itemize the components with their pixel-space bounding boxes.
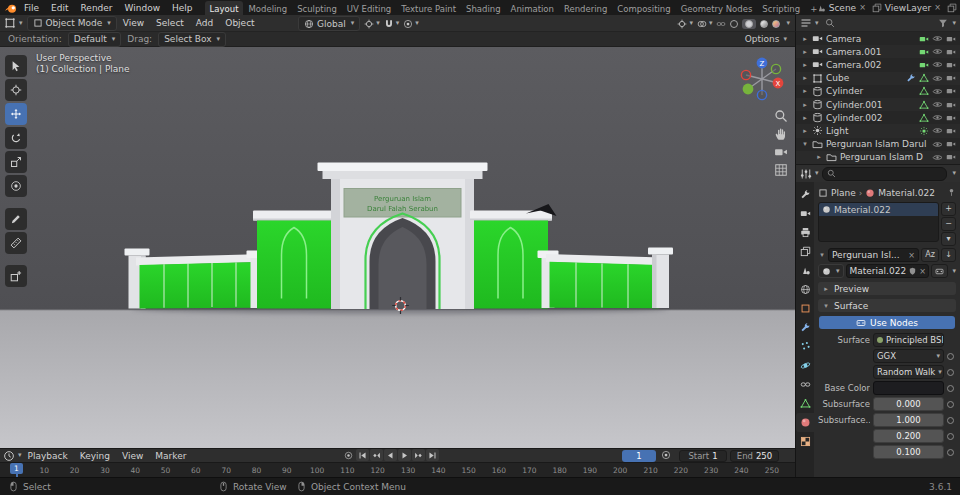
annotate-tool-button[interactable]	[5, 208, 27, 230]
hide-eye-icon[interactable]	[932, 112, 943, 123]
disable-render-icon[interactable]	[946, 34, 956, 44]
orientation-setting-dropdown[interactable]: Default ▾	[68, 32, 121, 47]
disable-render-icon[interactable]	[946, 86, 956, 96]
disable-render-icon[interactable]	[946, 113, 956, 123]
hide-eye-icon[interactable]	[932, 73, 943, 84]
subsurface-method-dropdown[interactable]: Random Walk ▾	[873, 365, 944, 379]
menu-window[interactable]: Window	[119, 3, 167, 13]
disable-render-icon[interactable]	[946, 100, 956, 110]
tab-texture[interactable]	[796, 432, 814, 451]
measure-tool-button[interactable]	[5, 232, 27, 254]
scene-unlink-icon[interactable]: ×	[859, 3, 866, 12]
outliner-row-light[interactable]: ▸ Light	[796, 124, 960, 137]
fake-user-shield-icon[interactable]	[908, 267, 917, 276]
disable-render-icon[interactable]	[946, 126, 956, 136]
decorator-dot[interactable]	[947, 449, 954, 456]
shading-solid-button[interactable]	[742, 19, 756, 29]
tab-scene[interactable]	[796, 261, 814, 280]
hide-eye-icon[interactable]	[932, 99, 943, 110]
tab-modifiers[interactable]	[796, 318, 814, 337]
menu-object[interactable]: Object	[219, 18, 260, 28]
tab-particles[interactable]	[796, 337, 814, 356]
disable-render-icon[interactable]	[946, 47, 956, 57]
hide-eye-icon[interactable]	[932, 59, 943, 70]
timeline-editor-type-button[interactable]: ▾	[3, 450, 22, 462]
orientation-dropdown[interactable]: Global ▾	[298, 16, 360, 31]
shading-wireframe-button[interactable]	[730, 20, 738, 28]
remove-slot-button[interactable]: −	[941, 217, 956, 231]
blender-logo-icon[interactable]	[4, 1, 18, 15]
proportional-edit-toggle[interactable]: ▾	[403, 19, 419, 29]
material-slot-item[interactable]: Material.022	[819, 203, 938, 216]
outliner-row-camera-002[interactable]: ▸ Camera.002	[796, 58, 960, 71]
camera-view-icon[interactable]	[774, 145, 788, 159]
mode-dropdown[interactable]: Object Mode ▾	[27, 16, 117, 31]
timeline-ruler[interactable]: 0102030405060708090100110120130140150160…	[0, 462, 795, 477]
frame-end-field[interactable]: End 250	[730, 450, 779, 462]
breadcrumb-material[interactable]: Material.022	[878, 188, 935, 198]
menu-view[interactable]: View	[117, 18, 150, 28]
jump-to-start-button[interactable]	[356, 449, 369, 461]
tab-rendering[interactable]: Rendering	[559, 1, 612, 16]
disclosure-icon[interactable]: ▸	[801, 114, 809, 122]
cursor-tool-button[interactable]	[5, 79, 27, 101]
auto-key-button[interactable]	[342, 449, 355, 461]
menu-add[interactable]: Add	[190, 18, 219, 28]
decorator-dot[interactable]	[947, 385, 954, 392]
tab-object[interactable]	[796, 299, 814, 318]
disclosure-icon[interactable]: ▸	[801, 48, 809, 56]
xray-toggle-icon[interactable]	[716, 19, 726, 29]
material-slot-list[interactable]: Material.022	[818, 202, 939, 242]
viewport-3d[interactable]: Perguruan Islam Darul Falah Serabun	[0, 47, 795, 448]
scene-selector[interactable]: Scene ×	[816, 3, 866, 13]
hide-eye-icon[interactable]	[932, 125, 943, 136]
transform-tool-button[interactable]	[5, 175, 27, 197]
tab-physics[interactable]	[796, 356, 814, 375]
editor-type-button[interactable]: ▾	[4, 17, 23, 29]
distribution-dropdown[interactable]: GGX ▾	[873, 349, 944, 363]
tab-view-layer[interactable]	[796, 242, 814, 261]
subsurface-radius-y-field[interactable]: 0.200	[873, 429, 944, 443]
outliner-row-collection[interactable]: ▾ Perguruan Islam Darul	[796, 138, 960, 151]
disable-render-icon[interactable]	[946, 60, 956, 70]
play-button[interactable]	[398, 449, 411, 461]
surface-shader-dropdown[interactable]: Principled BSDF	[873, 333, 944, 347]
menu-render[interactable]: Render	[75, 3, 119, 13]
tab-geometry-nodes[interactable]: Geometry Nodes	[676, 1, 758, 16]
menu-view-timeline[interactable]: View	[116, 451, 149, 461]
unlink-material-icon[interactable]: ×	[919, 267, 926, 276]
subsurface-radius-x-field[interactable]: 1.000	[873, 413, 944, 427]
sort-alpha-button[interactable]: Az	[921, 248, 939, 262]
axis-y-positive[interactable]	[743, 84, 754, 95]
keying-set-icon[interactable]	[661, 450, 671, 462]
jump-to-end-button[interactable]	[426, 449, 439, 461]
outliner-item-label[interactable]: Camera	[826, 34, 916, 44]
playhead[interactable]: 1	[16, 463, 18, 478]
tab-world[interactable]	[796, 280, 814, 299]
decorator-dot[interactable]	[947, 353, 954, 360]
add-slot-button[interactable]: +	[941, 202, 956, 216]
outliner-row-collection-child[interactable]: ▸ Perguruan Islam D	[796, 151, 960, 164]
axis-z-negative[interactable]	[757, 90, 766, 99]
viewlayer-selector[interactable]: ViewLayer ×	[872, 3, 941, 13]
disclosure-icon[interactable]: ▸	[801, 74, 809, 82]
outliner-filter-button[interactable]: ▾	[938, 18, 956, 28]
breadcrumb-object[interactable]: Plane	[831, 188, 856, 198]
frame-start-field[interactable]: Start 1	[679, 450, 727, 462]
tab-texture-paint[interactable]: Texture Paint	[396, 1, 461, 16]
tab-material[interactable]	[796, 413, 814, 432]
properties-search-input[interactable]	[822, 167, 948, 181]
outliner-row-cylinder-001[interactable]: ▸ Cylinder.001	[796, 98, 960, 111]
decorator-dot[interactable]	[947, 401, 954, 408]
menu-file[interactable]: File	[18, 3, 45, 13]
disclosure-icon[interactable]: ▸	[801, 101, 809, 109]
play-reverse-button[interactable]	[384, 449, 397, 461]
outliner-row-camera[interactable]: ▸ Camera	[796, 32, 960, 45]
search-icon[interactable]	[825, 18, 835, 28]
pan-hand-icon[interactable]	[774, 127, 788, 141]
tab-scripting[interactable]: Scripting	[757, 1, 805, 16]
menu-edit[interactable]: Edit	[45, 3, 74, 13]
nodetree-button[interactable]	[931, 264, 948, 278]
scale-tool-button[interactable]	[5, 151, 27, 173]
disclosure-icon[interactable]: ▸	[801, 61, 809, 69]
